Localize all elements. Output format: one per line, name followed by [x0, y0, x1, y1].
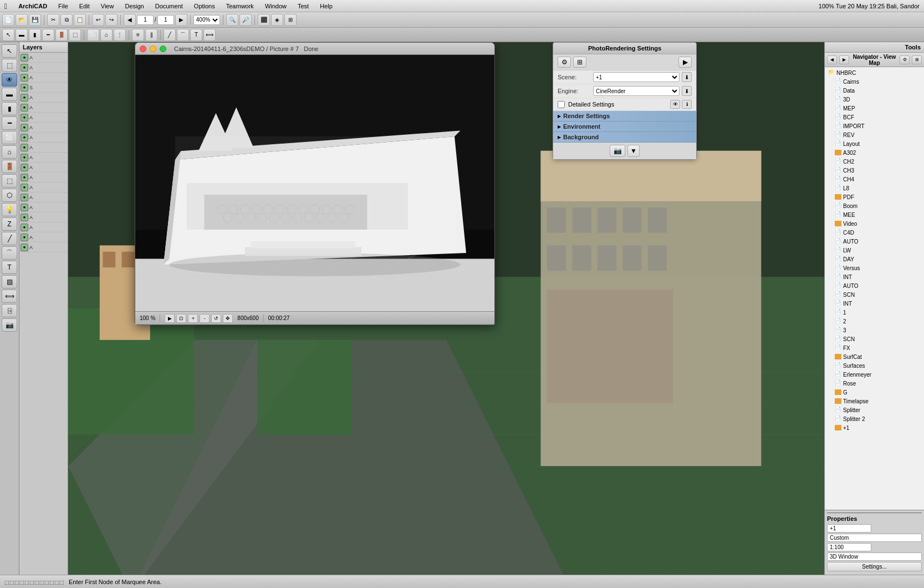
- apple-menu[interactable]: : [4, 2, 7, 11]
- slab-tool[interactable]: ⬜: [2, 131, 17, 144]
- save-btn[interactable]: 💾: [29, 14, 41, 26]
- layer-visibility[interactable]: ●: [21, 234, 28, 241]
- camera-start-btn[interactable]: 📷: [610, 145, 625, 157]
- arc-btn[interactable]: ⌒: [177, 29, 189, 41]
- layer-visibility[interactable]: ●: [21, 124, 28, 131]
- canvas-area[interactable]: Cairns-20140411-6_2306sDEMO / Picture # …: [68, 42, 824, 575]
- stair-btn[interactable]: ≡: [132, 29, 144, 41]
- minimize-button[interactable]: [150, 45, 156, 52]
- line-btn[interactable]: ╱: [164, 29, 176, 41]
- section-btn[interactable]: ⊞: [284, 14, 297, 26]
- layer-row[interactable]: ●A: [19, 192, 68, 202]
- layer-row[interactable]: ●A: [19, 123, 68, 133]
- cut-btn[interactable]: ✂: [47, 14, 59, 26]
- layer-row[interactable]: ●A: [19, 242, 68, 252]
- camera-tool[interactable]: 📷: [2, 318, 17, 332]
- engine-arrow[interactable]: ⬇: [682, 86, 692, 96]
- page-current[interactable]: [137, 15, 154, 25]
- engine-select[interactable]: CineRender Internal Engine: [593, 86, 680, 96]
- nav-item[interactable]: 📄Cairns: [826, 77, 923, 86]
- settings-arrow-icon[interactable]: ▶: [678, 57, 692, 68]
- label-tool[interactable]: ⍈: [2, 304, 17, 317]
- nav-item[interactable]: 📄Erlenmeyer: [826, 370, 923, 379]
- beam-btn[interactable]: ━: [42, 29, 54, 41]
- nav-item[interactable]: 📄2: [826, 317, 923, 326]
- play-btn[interactable]: ▶: [165, 314, 175, 323]
- layer-visibility[interactable]: ●: [21, 184, 28, 191]
- nav-item[interactable]: A302: [826, 148, 923, 157]
- fill-tool[interactable]: ▨: [2, 275, 17, 288]
- settings-button[interactable]: Settings...: [827, 562, 922, 571]
- nav-icon3[interactable]: ⚙: [900, 55, 910, 64]
- zoom-in-render-btn[interactable]: +: [188, 314, 198, 323]
- nav-item[interactable]: 📄3D: [826, 95, 923, 104]
- layer-visibility[interactable]: ●: [21, 244, 28, 251]
- lamp-tool[interactable]: 💡: [2, 203, 17, 216]
- col-tool[interactable]: ▮: [2, 102, 17, 115]
- nav-icon1[interactable]: ◀: [827, 55, 837, 64]
- pan-btn[interactable]: ✥: [223, 314, 233, 323]
- layer-visibility[interactable]: ●: [21, 224, 28, 231]
- nav-icon4[interactable]: ⊞: [912, 55, 922, 64]
- layer-visibility[interactable]: ●: [21, 104, 28, 111]
- layer-row[interactable]: ●A: [19, 53, 68, 63]
- window-btn[interactable]: ⬚: [69, 29, 81, 41]
- layer-row[interactable]: ●A: [19, 222, 68, 232]
- undo-btn[interactable]: ↩: [92, 14, 104, 26]
- layer-row[interactable]: ●A: [19, 143, 68, 153]
- window-tool[interactable]: ⬚: [2, 174, 17, 187]
- nav-item[interactable]: 📄Boom: [826, 201, 923, 210]
- column-btn[interactable]: ▮: [29, 29, 41, 41]
- menu-help[interactable]: Help: [318, 3, 335, 9]
- nav-item[interactable]: 📄Surfaces: [826, 361, 923, 370]
- dim-tool[interactable]: ⟺: [2, 290, 17, 303]
- menu-window[interactable]: Window: [263, 3, 289, 9]
- nav-item[interactable]: 📄Data: [826, 86, 923, 95]
- menu-options[interactable]: Options: [192, 3, 217, 9]
- select-btn[interactable]: ↖: [2, 29, 14, 41]
- door-tool[interactable]: 🚪: [2, 160, 17, 173]
- open-btn[interactable]: 📂: [16, 14, 28, 26]
- nav-item[interactable]: 📄L8: [826, 184, 923, 192]
- render-btn[interactable]: ⬛: [258, 14, 270, 26]
- menu-file[interactable]: File: [56, 3, 70, 9]
- zoom-out-render-btn[interactable]: -: [200, 314, 210, 323]
- arc-tool[interactable]: ⌒: [2, 246, 17, 260]
- nav-item[interactable]: 📄Rose: [826, 379, 923, 388]
- prev-page-btn[interactable]: ◀: [124, 14, 136, 26]
- layer-row[interactable]: ●A: [19, 212, 68, 222]
- details-icon1[interactable]: 👁: [670, 100, 680, 109]
- layer-row[interactable]: ●A: [19, 202, 68, 212]
- nav-item[interactable]: 📄INT: [826, 299, 923, 308]
- background-section[interactable]: ▶ Background: [553, 132, 696, 143]
- nav-item[interactable]: Video: [826, 219, 923, 228]
- beam-tool[interactable]: ━: [2, 116, 17, 130]
- paste-btn[interactable]: 📋: [74, 14, 86, 26]
- render-settings-section[interactable]: ▶ Render Settings: [553, 111, 696, 121]
- layer-row[interactable]: ●A: [19, 153, 68, 163]
- line-tool[interactable]: ╱: [2, 232, 17, 245]
- nav-icon2[interactable]: ▶: [839, 55, 849, 64]
- nav-item[interactable]: Timelapse: [826, 397, 923, 405]
- layer-row[interactable]: ●A: [19, 133, 68, 143]
- nav-item[interactable]: 📄Splitter 2: [826, 414, 923, 423]
- close-button[interactable]: [140, 45, 146, 52]
- reset-btn[interactable]: ↺: [211, 314, 221, 323]
- layer-row[interactable]: ●A: [19, 163, 68, 173]
- nav-item[interactable]: 📄AUTO: [826, 281, 923, 290]
- nav-item[interactable]: 📄AUTO: [826, 237, 923, 246]
- detailed-settings-checkbox[interactable]: [558, 101, 565, 108]
- nav-item[interactable]: 📄DAY: [826, 255, 923, 263]
- new-btn[interactable]: 📄: [2, 14, 14, 26]
- nav-item[interactable]: SurfCat: [826, 352, 923, 361]
- redo-btn[interactable]: ↪: [105, 14, 118, 26]
- nav-item[interactable]: 📄1: [826, 308, 923, 317]
- menu-teamwork[interactable]: Teamwork: [224, 3, 256, 9]
- layer-visibility[interactable]: ●: [21, 164, 28, 171]
- nav-item[interactable]: 📄CH3: [826, 166, 923, 175]
- layer-visibility[interactable]: ●: [21, 154, 28, 161]
- layer-visibility[interactable]: ●: [21, 84, 28, 92]
- layer-row[interactable]: ●A: [19, 63, 68, 73]
- zoom-select[interactable]: 400% 200% 100% 50%: [193, 15, 220, 25]
- layer-visibility[interactable]: ●: [21, 94, 28, 102]
